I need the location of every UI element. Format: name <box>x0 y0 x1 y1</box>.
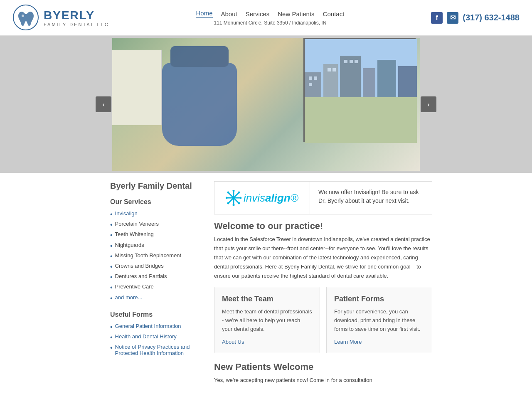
patient-forms-title: Patient Forms <box>334 295 424 303</box>
header: BYERLY FAMILY DENTAL LLC Home About Serv… <box>0 0 532 36</box>
nav-contact[interactable]: Contact <box>323 10 345 17</box>
right-content: invisalign® We now offer Invisalign! Be … <box>214 181 432 385</box>
service-dentures: Dentures and Partials <box>115 273 167 279</box>
svg-rect-11 <box>314 76 317 80</box>
svg-rect-12 <box>309 83 312 86</box>
new-patients-text: Yes, we're accepting new patients now! C… <box>214 376 432 385</box>
svg-point-25 <box>240 197 242 199</box>
about-us-link[interactable]: About Us <box>222 339 244 345</box>
phone-number: (317) 632-1488 <box>463 13 520 22</box>
slider-image <box>112 38 420 171</box>
address-line: 111 Monument Circle, Suite 3350 / Indian… <box>214 20 326 26</box>
svg-point-24 <box>226 197 228 199</box>
svg-rect-17 <box>355 60 358 63</box>
meet-team-card: Meet the Team Meet the team of dental pr… <box>214 287 320 353</box>
svg-rect-14 <box>332 68 336 71</box>
svg-point-28 <box>238 192 240 194</box>
svg-rect-3 <box>305 72 321 97</box>
window-decoration <box>303 38 416 142</box>
meet-team-title: Meet the Team <box>222 295 312 303</box>
svg-rect-15 <box>344 60 347 63</box>
dental-chair-decoration <box>162 63 237 146</box>
invisalign-promo-text: We now offer Invisalign! Be sure to ask … <box>310 182 432 214</box>
forms-heading: Useful Forms <box>110 311 206 318</box>
list-item: Teeth Whitening <box>110 230 206 240</box>
form-general-patient[interactable]: General Patient Information <box>115 323 181 329</box>
welcome-heading: Welcome to our practice! <box>214 221 432 232</box>
learn-more-link[interactable]: Learn More <box>334 339 362 345</box>
svg-point-29 <box>227 202 229 204</box>
list-item: Dentures and Partials <box>110 272 206 282</box>
patient-forms-text: For your convenience, you can download, … <box>334 308 424 333</box>
service-more[interactable]: and more... <box>115 294 143 300</box>
svg-rect-7 <box>377 60 396 97</box>
service-teeth-whitening: Teeth Whitening <box>115 231 154 237</box>
svg-point-1 <box>22 15 24 17</box>
service-preventive: Preventive Care <box>115 283 154 290</box>
nav-about[interactable]: About <box>221 10 237 17</box>
slider-prev-button[interactable]: ‹ <box>96 96 111 112</box>
welcome-text: Located in the Salesforce Tower in downt… <box>214 235 432 281</box>
main-content: Byerly Family Dental Our Services Invisa… <box>0 173 432 393</box>
list-item: Preventive Care <box>110 282 206 293</box>
list-item: Crowns and Bridges <box>110 261 206 272</box>
nav-new-patients[interactable]: New Patients <box>278 10 314 17</box>
new-patients-heading: New Patients Welcome <box>214 362 432 372</box>
patient-forms-card: Patient Forms For your convenience, you … <box>326 287 432 353</box>
invisalign-logo: invisalign® <box>226 190 298 206</box>
list-item: Notice of Privacy Practices and Protecte… <box>110 342 206 357</box>
list-item: Invisalign <box>110 209 206 219</box>
list-item: General Patient Information <box>110 322 206 332</box>
slider-next-button[interactable]: › <box>421 96 436 112</box>
svg-point-23 <box>233 204 235 206</box>
service-missing-tooth: Missing Tooth Replacement <box>115 252 181 259</box>
form-dental-history[interactable]: Health and Dental History <box>115 333 177 340</box>
counter-decoration <box>112 50 162 125</box>
list-item: and more... <box>110 293 206 303</box>
invisalign-logo-area: invisalign® <box>214 182 310 214</box>
cards-row: Meet the Team Meet the team of dental pr… <box>214 287 432 353</box>
invisalign-asterisk-icon <box>226 190 241 206</box>
logo-area: BYERLY FAMILY DENTAL LLC <box>12 4 109 31</box>
svg-rect-16 <box>350 60 353 63</box>
list-item: Porcelain Veneers <box>110 219 206 230</box>
form-privacy[interactable]: Notice of Privacy Practices and Protecte… <box>115 344 206 356</box>
service-porcelain-veneers: Porcelain Veneers <box>115 221 159 227</box>
nav-home[interactable]: Home <box>196 10 212 18</box>
svg-rect-10 <box>309 76 312 80</box>
social-phone: f ✉ (317) 632-1488 <box>431 12 520 24</box>
svg-point-26 <box>227 192 229 194</box>
invisalign-wordmark: invisalign® <box>244 192 298 204</box>
nav-links: Home About Services New Patients Contact <box>196 10 344 18</box>
nav-center: Home About Services New Patients Contact… <box>109 10 431 26</box>
list-item: Health and Dental History <box>110 332 206 342</box>
logo-name: BYERLY <box>44 9 109 22</box>
service-nightguards: Nightguards <box>115 242 144 248</box>
svg-rect-6 <box>363 68 375 97</box>
svg-rect-9 <box>305 97 417 143</box>
slider-section: ‹ <box>0 36 532 173</box>
email-icon[interactable]: ✉ <box>447 12 458 24</box>
facebook-icon[interactable]: f <box>431 12 443 24</box>
service-crowns-bridges: Crowns and Bridges <box>115 263 164 269</box>
invisalign-banner: invisalign® We now offer Invisalign! Be … <box>214 181 432 214</box>
svg-point-22 <box>233 190 235 192</box>
logo-sub: FAMILY DENTAL LLC <box>44 22 109 27</box>
services-heading: Our Services <box>110 198 206 206</box>
list-item: Nightguards <box>110 241 206 251</box>
meet-team-text: Meet the team of dental professionals - … <box>222 308 312 333</box>
svg-rect-13 <box>328 68 331 71</box>
nav-services[interactable]: Services <box>246 10 270 17</box>
svg-rect-8 <box>398 66 417 97</box>
service-invisalign[interactable]: Invisalign <box>115 210 138 217</box>
services-list: Invisalign Porcelain Veneers Teeth White… <box>110 209 206 303</box>
left-sidebar: Byerly Family Dental Our Services Invisa… <box>110 181 206 385</box>
logo-icon <box>12 4 39 31</box>
svg-point-27 <box>238 202 240 204</box>
forms-list: General Patient Information Health and D… <box>110 322 206 357</box>
list-item: Missing Tooth Replacement <box>110 251 206 261</box>
practice-title: Byerly Family Dental <box>110 181 206 191</box>
logo-text: BYERLY FAMILY DENTAL LLC <box>44 9 109 27</box>
